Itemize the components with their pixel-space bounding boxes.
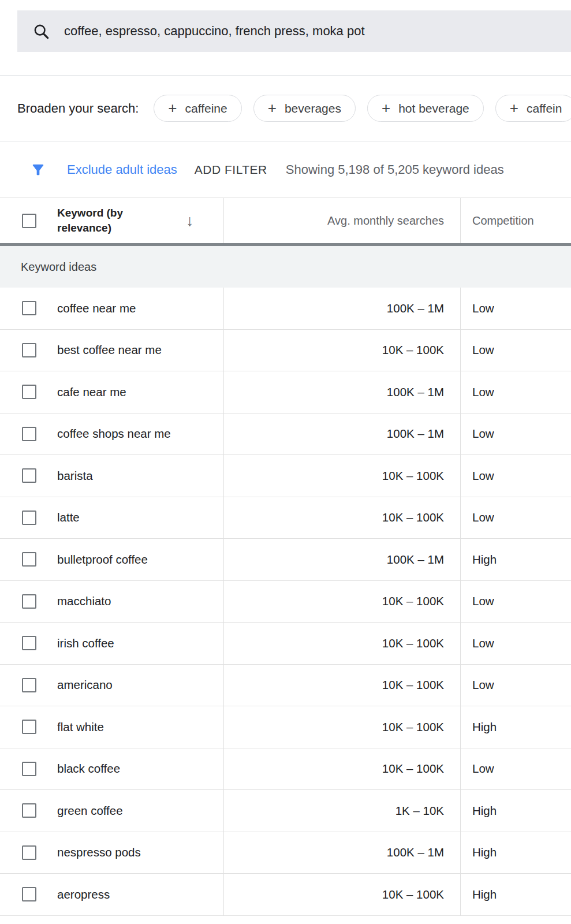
table-row[interactable]: americano 10K – 100K Low (0, 665, 571, 707)
competition-column-header[interactable]: Competition (472, 214, 534, 228)
row-checkbox[interactable] (22, 845, 36, 860)
keyword-header-cell: Keyword (by relevance) ↓ (0, 198, 224, 243)
keyword-text: americano (57, 678, 113, 692)
competition-cell: Low (461, 748, 571, 790)
keyword-cell: green coffee (0, 790, 224, 832)
table-row[interactable]: coffee near me 100K – 1M Low (0, 288, 571, 330)
table-row[interactable]: aeropress 10K – 100K High (0, 874, 571, 916)
table-row[interactable]: macchiato 10K – 100K Low (0, 581, 571, 623)
keyword-cell: irish coffee (0, 623, 224, 664)
competition-cell: Low (461, 623, 571, 664)
broaden-chip-label: hot beverage (398, 102, 469, 116)
avg-monthly-cell: 10K – 100K (224, 874, 461, 915)
table-row[interactable]: black coffee 10K – 100K Low (0, 748, 571, 791)
keyword-cell: bulletproof coffee (0, 539, 224, 580)
keyword-cell: barista (0, 455, 224, 497)
table-row[interactable]: best coffee near me 10K – 100K Low (0, 330, 571, 372)
keyword-text: best coffee near me (57, 343, 162, 357)
keyword-cell: best coffee near me (0, 330, 224, 371)
row-checkbox[interactable] (22, 343, 36, 357)
avg-monthly-cell: 100K – 1M (224, 413, 461, 455)
broaden-chip[interactable]: + caffeine (154, 95, 241, 122)
table-row[interactable]: irish coffee 10K – 100K Low (0, 623, 571, 665)
competition-cell: Low (461, 497, 571, 539)
table-row[interactable]: flat white 10K – 100K High (0, 706, 571, 748)
avg-monthly-column-header[interactable]: Avg. monthly searches (327, 214, 444, 228)
search-query-text: coffee, espresso, cappuccino, french pre… (64, 24, 365, 39)
avg-monthly-cell: 100K – 1M (224, 832, 461, 874)
table-row[interactable]: latte 10K – 100K Low (0, 497, 571, 539)
row-checkbox[interactable] (22, 887, 36, 901)
keyword-cell: black coffee (0, 748, 224, 790)
avg-monthly-cell: 100K – 1M (224, 288, 461, 329)
competition-cell: Low (461, 330, 571, 371)
row-checkbox[interactable] (22, 678, 36, 692)
broaden-chip[interactable]: + hot beverage (367, 95, 484, 122)
filter-funnel-icon[interactable] (30, 162, 46, 178)
avg-monthly-cell: 10K – 100K (224, 748, 461, 790)
keyword-cell: flat white (0, 706, 224, 748)
plus-icon: + (510, 100, 518, 116)
competition-cell: Low (461, 581, 571, 623)
row-checkbox[interactable] (22, 594, 36, 609)
broaden-chip[interactable]: + caffein (495, 95, 571, 122)
row-checkbox[interactable] (22, 720, 36, 734)
search-icon (32, 23, 50, 40)
row-checkbox[interactable] (22, 511, 36, 525)
row-checkbox[interactable] (22, 301, 36, 315)
filter-bar: Exclude adult ideas ADD FILTER Showing 5… (0, 141, 571, 198)
competition-cell: High (461, 539, 571, 580)
competition-header-cell: Competition (461, 198, 571, 243)
table-row[interactable]: nespresso pods 100K – 1M High (0, 832, 571, 874)
keyword-search-input[interactable]: coffee, espresso, cappuccino, french pre… (17, 10, 571, 52)
sort-descending-icon[interactable]: ↓ (186, 212, 194, 230)
competition-cell: Low (461, 288, 571, 329)
row-checkbox[interactable] (22, 762, 36, 776)
keyword-text: irish coffee (57, 636, 114, 650)
table-row[interactable]: bulletproof coffee 100K – 1M High (0, 539, 571, 581)
keyword-cell: latte (0, 497, 224, 539)
keyword-text: flat white (57, 720, 104, 734)
avg-monthly-cell: 10K – 100K (224, 665, 461, 706)
row-checkbox[interactable] (22, 427, 36, 441)
keyword-cell: aeropress (0, 874, 224, 915)
avg-monthly-cell: 1K – 10K (224, 790, 461, 832)
plus-icon: + (268, 100, 277, 116)
avg-monthly-cell: 10K – 100K (224, 455, 461, 497)
keyword-text: coffee shops near me (57, 427, 171, 441)
keyword-text: coffee near me (57, 301, 136, 315)
plus-icon: + (168, 100, 177, 116)
keyword-ideas-section-label: Keyword ideas (0, 246, 571, 288)
avg-monthly-cell: 10K – 100K (224, 623, 461, 664)
broaden-chip-label: beverages (285, 102, 341, 116)
add-filter-button[interactable]: ADD FILTER (195, 163, 267, 177)
avg-monthly-cell: 10K – 100K (224, 581, 461, 623)
keyword-cell: coffee near me (0, 288, 224, 329)
row-checkbox[interactable] (22, 803, 36, 818)
competition-cell: Low (461, 413, 571, 455)
plus-icon: + (382, 100, 390, 116)
competition-cell: High (461, 790, 571, 832)
exclude-adult-ideas-link[interactable]: Exclude adult ideas (67, 162, 177, 177)
avg-monthly-cell: 10K – 100K (224, 497, 461, 539)
broaden-chip-label: caffeine (185, 102, 227, 116)
showing-count-text: Showing 5,198 of 5,205 keyword ideas (286, 162, 504, 177)
row-checkbox[interactable] (22, 468, 36, 483)
keyword-text: barista (57, 469, 93, 483)
keyword-column-header[interactable]: Keyword (by relevance) (57, 206, 158, 235)
competition-cell: Low (461, 665, 571, 706)
row-checkbox[interactable] (22, 552, 36, 567)
avg-monthly-cell: 100K – 1M (224, 371, 461, 413)
table-row[interactable]: coffee shops near me 100K – 1M Low (0, 413, 571, 456)
table-row[interactable]: barista 10K – 100K Low (0, 455, 571, 497)
select-all-checkbox[interactable] (22, 214, 36, 228)
table-row[interactable]: cafe near me 100K – 1M Low (0, 371, 571, 413)
row-checkbox[interactable] (22, 385, 36, 399)
avg-monthly-header-cell: Avg. monthly searches (224, 198, 461, 243)
broaden-chip[interactable]: + beverages (253, 95, 356, 122)
table-row[interactable]: green coffee 1K – 10K High (0, 790, 571, 832)
keyword-text: black coffee (57, 762, 120, 776)
broaden-search-section: Broaden your search: + caffeine + bevera… (0, 76, 571, 141)
search-section: coffee, espresso, cappuccino, french pre… (0, 10, 571, 76)
row-checkbox[interactable] (22, 636, 36, 650)
